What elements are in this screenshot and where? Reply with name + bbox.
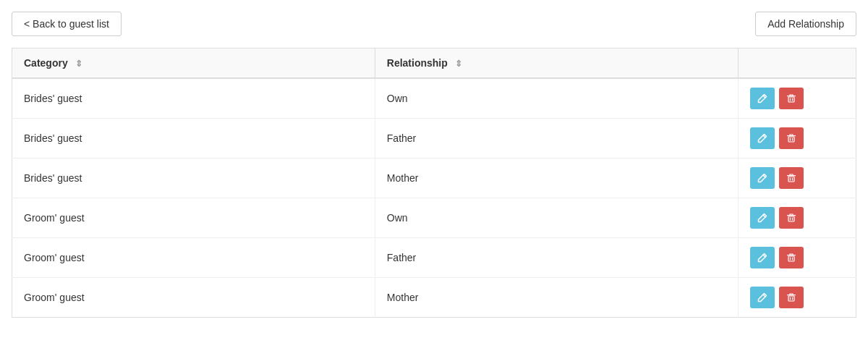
cell-relationship-2: Mother bbox=[375, 158, 738, 198]
svg-rect-12 bbox=[787, 215, 796, 216]
action-cell-1 bbox=[750, 127, 844, 149]
table-body: Brides' guestOwn Brides' guestFather Bri… bbox=[12, 78, 856, 318]
table-row: Groom' guestFather bbox=[12, 238, 856, 278]
table-row: Groom' guestOwn bbox=[12, 198, 856, 238]
cell-category-4: Groom' guest bbox=[12, 238, 375, 278]
cell-relationship-4: Father bbox=[375, 238, 738, 278]
action-cell-2 bbox=[750, 167, 844, 189]
svg-rect-0 bbox=[787, 96, 796, 96]
table-row: Groom' guestMother bbox=[12, 278, 856, 318]
delete-button-4[interactable] bbox=[779, 247, 804, 268]
trash-icon bbox=[786, 173, 796, 183]
trash-icon bbox=[786, 253, 796, 263]
delete-button-1[interactable] bbox=[779, 127, 804, 149]
table-row: Brides' guestFather bbox=[12, 119, 856, 158]
pencil-icon bbox=[757, 93, 767, 103]
pencil-icon bbox=[757, 133, 767, 143]
cell-actions-0 bbox=[738, 78, 856, 119]
pencil-icon bbox=[757, 292, 767, 302]
svg-rect-20 bbox=[787, 295, 796, 295]
trash-icon bbox=[786, 292, 796, 302]
delete-button-0[interactable] bbox=[779, 88, 804, 109]
svg-rect-1 bbox=[788, 97, 794, 102]
cell-actions-3 bbox=[738, 198, 856, 238]
svg-rect-4 bbox=[787, 135, 796, 136]
top-bar: < Back to guest list Add Relationship bbox=[12, 12, 856, 36]
cell-category-5: Groom' guest bbox=[12, 278, 375, 318]
delete-button-5[interactable] bbox=[779, 287, 804, 308]
column-label-relationship: Relationship bbox=[387, 57, 448, 69]
action-cell-3 bbox=[750, 207, 844, 229]
edit-button-1[interactable] bbox=[750, 127, 775, 149]
cell-relationship-5: Mother bbox=[375, 278, 738, 318]
cell-category-0: Brides' guest bbox=[12, 78, 375, 119]
svg-rect-9 bbox=[788, 177, 794, 182]
cell-relationship-1: Father bbox=[375, 119, 738, 158]
cell-category-1: Brides' guest bbox=[12, 119, 375, 158]
add-relationship-button[interactable]: Add Relationship bbox=[755, 12, 856, 36]
pencil-icon bbox=[757, 253, 767, 263]
edit-button-0[interactable] bbox=[750, 88, 775, 109]
table-header-row: Category ⇕ Relationship ⇕ bbox=[12, 48, 856, 79]
svg-rect-21 bbox=[788, 296, 794, 301]
trash-icon bbox=[786, 133, 796, 143]
delete-button-2[interactable] bbox=[779, 167, 804, 189]
column-header-category: Category ⇕ bbox=[12, 48, 375, 79]
table-row: Brides' guestOwn bbox=[12, 78, 856, 119]
edit-button-2[interactable] bbox=[750, 167, 775, 189]
cell-category-2: Brides' guest bbox=[12, 158, 375, 198]
action-cell-0 bbox=[750, 88, 844, 109]
delete-button-3[interactable] bbox=[779, 207, 804, 229]
edit-button-3[interactable] bbox=[750, 207, 775, 229]
sort-icon-category[interactable]: ⇕ bbox=[75, 59, 82, 69]
back-to-guest-list-button[interactable]: < Back to guest list bbox=[12, 12, 122, 36]
cell-relationship-0: Own bbox=[375, 78, 738, 119]
table-header: Category ⇕ Relationship ⇕ bbox=[12, 48, 856, 79]
edit-button-5[interactable] bbox=[750, 287, 775, 308]
cell-actions-1 bbox=[738, 119, 856, 158]
table-row: Brides' guestMother bbox=[12, 158, 856, 198]
column-header-relationship: Relationship ⇕ bbox=[375, 48, 738, 79]
svg-rect-13 bbox=[788, 216, 794, 221]
pencil-icon bbox=[757, 173, 767, 183]
svg-rect-16 bbox=[787, 255, 796, 255]
pencil-icon bbox=[757, 213, 767, 223]
svg-rect-17 bbox=[788, 256, 794, 261]
edit-button-4[interactable] bbox=[750, 247, 775, 268]
action-cell-5 bbox=[750, 287, 844, 308]
cell-relationship-3: Own bbox=[375, 198, 738, 238]
action-cell-4 bbox=[750, 247, 844, 268]
sort-icon-relationship[interactable]: ⇕ bbox=[455, 59, 462, 69]
cell-actions-5 bbox=[738, 278, 856, 318]
cell-actions-2 bbox=[738, 158, 856, 198]
trash-icon bbox=[786, 93, 796, 103]
svg-rect-5 bbox=[788, 137, 794, 142]
column-header-actions bbox=[738, 48, 856, 79]
column-label-category: Category bbox=[24, 57, 68, 69]
cell-category-3: Groom' guest bbox=[12, 198, 375, 238]
relationships-table: Category ⇕ Relationship ⇕ Brides' guestO… bbox=[12, 48, 856, 318]
cell-actions-4 bbox=[738, 238, 856, 278]
trash-icon bbox=[786, 213, 796, 223]
svg-rect-8 bbox=[787, 175, 796, 176]
